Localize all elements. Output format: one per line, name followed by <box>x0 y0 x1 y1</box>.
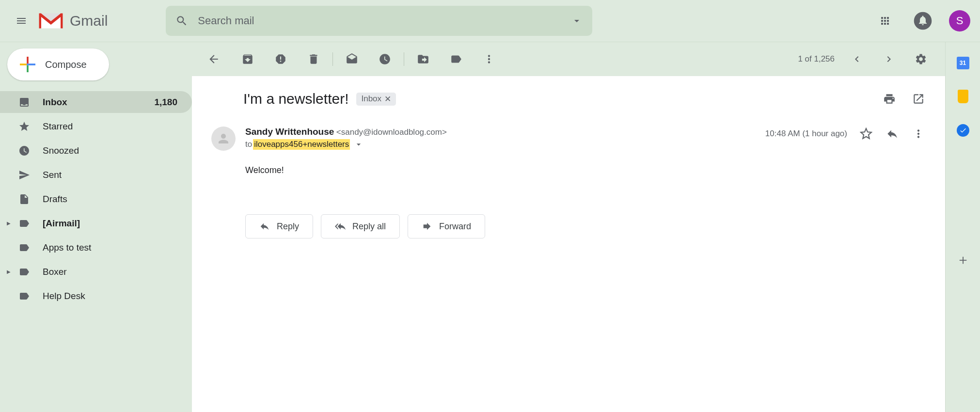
search-options-dropdown-icon[interactable] <box>571 15 583 27</box>
star-button[interactable] <box>859 127 873 141</box>
tasks-addon[interactable] <box>956 124 970 137</box>
search-icon <box>175 15 188 27</box>
email-counter: 1 of 1,256 <box>798 54 835 64</box>
delete-button[interactable] <box>306 52 321 66</box>
label-icon <box>18 218 31 229</box>
keep-icon <box>958 90 968 103</box>
right-sidebar: 31 ＋ <box>945 42 980 412</box>
nav-label: Boxer <box>43 267 177 277</box>
star-icon <box>18 121 31 132</box>
labels-button[interactable] <box>449 52 463 66</box>
folder-move-icon <box>417 53 429 65</box>
open-new-window-button[interactable] <box>911 92 926 106</box>
compose-label: Compose <box>45 59 87 70</box>
more-vert-icon <box>483 53 495 65</box>
search-input[interactable] <box>198 15 571 27</box>
expand-caret-icon[interactable]: ▶ <box>7 269 18 274</box>
reply-all-button[interactable]: Reply all <box>321 214 400 238</box>
clock-icon <box>18 145 31 157</box>
sidebar-item-airmail[interactable]: ▶ [Airmail] <box>0 212 192 234</box>
print-icon <box>883 93 896 105</box>
sidebar-item-boxer[interactable]: ▶ Boxer <box>0 261 192 283</box>
gmail-text: Gmail <box>70 13 108 29</box>
email-timestamp: 10:48 AM (1 hour ago) <box>765 129 847 139</box>
archive-button[interactable] <box>240 52 255 66</box>
sidebar: Compose Inbox 1,180 Starred Snoozed Sent… <box>0 42 192 412</box>
trash-icon <box>307 53 320 65</box>
sidebar-item-help-desk[interactable]: Help Desk <box>0 285 192 307</box>
prev-email-button[interactable] <box>847 49 867 69</box>
open-in-new-icon <box>912 93 925 105</box>
show-details-dropdown-icon[interactable] <box>354 140 364 149</box>
file-icon <box>18 193 31 205</box>
archive-icon <box>241 53 254 65</box>
recipient-prefix: to <box>245 140 252 149</box>
compose-button[interactable]: Compose <box>7 48 109 80</box>
main-menu-button[interactable] <box>10 9 33 32</box>
snooze-button[interactable] <box>378 52 392 66</box>
label-chip[interactable]: Inbox ✕ <box>356 93 396 106</box>
more-vert-icon <box>912 127 925 140</box>
inbox-icon <box>18 96 31 108</box>
apps-grid-icon <box>879 15 891 27</box>
get-addons-button[interactable]: ＋ <box>956 253 970 267</box>
calendar-addon[interactable]: 31 <box>957 57 969 69</box>
mark-unread-button[interactable] <box>345 52 359 66</box>
gmail-icon <box>38 11 64 31</box>
reply-label: Reply <box>277 222 299 232</box>
gmail-logo[interactable]: Gmail <box>38 11 108 31</box>
more-actions-button[interactable] <box>911 127 926 141</box>
sidebar-item-drafts[interactable]: Drafts <box>0 188 192 210</box>
email-meta: Sandy Writtenhouse <sandy@idownloadblog.… <box>211 127 926 151</box>
recipient-row: to iloveapps456+newsletters <box>245 139 765 150</box>
label-icon <box>18 242 31 254</box>
chevron-left-icon <box>851 53 863 65</box>
person-icon <box>216 131 231 146</box>
report-spam-icon <box>274 53 287 65</box>
sender-avatar <box>211 127 236 151</box>
notifications-button[interactable] <box>911 9 934 32</box>
back-button[interactable] <box>206 52 221 66</box>
plus-icon <box>20 57 35 72</box>
keep-addon[interactable] <box>956 90 970 103</box>
email-view: I'm a newsletter! Inbox ✕ Sandy Writtenh… <box>192 76 945 412</box>
reply-all-label: Reply all <box>352 222 386 232</box>
next-email-button[interactable] <box>879 49 899 69</box>
spam-button[interactable] <box>273 52 288 66</box>
bell-icon <box>913 11 933 31</box>
tasks-icon <box>957 124 969 137</box>
header: Gmail S <box>0 0 980 42</box>
forward-icon <box>422 221 432 232</box>
print-button[interactable] <box>882 92 897 106</box>
sidebar-item-apps-to-test[interactable]: Apps to test <box>0 237 192 258</box>
reply-quick-button[interactable] <box>885 127 900 141</box>
nav-label: Sent <box>43 170 177 180</box>
account-avatar[interactable]: S <box>949 10 970 32</box>
recipient-highlight: iloveapps456+newsletters <box>253 139 350 150</box>
arrow-back-icon <box>207 53 220 65</box>
sidebar-item-snoozed[interactable]: Snoozed <box>0 140 192 161</box>
more-button[interactable] <box>482 52 496 66</box>
nav-label: Inbox <box>43 97 154 108</box>
sidebar-item-starred[interactable]: Starred <box>0 115 192 137</box>
reply-icon <box>259 221 270 232</box>
reply-button[interactable]: Reply <box>245 214 313 238</box>
star-outline-icon <box>860 127 872 140</box>
nav-label: Help Desk <box>43 291 177 301</box>
hamburger-icon <box>16 15 27 27</box>
remove-label-icon[interactable]: ✕ <box>384 94 391 104</box>
move-to-button[interactable] <box>416 52 430 66</box>
search-bar[interactable] <box>166 6 592 36</box>
apps-button[interactable] <box>873 9 897 32</box>
toolbar-divider <box>404 52 404 66</box>
expand-caret-icon[interactable]: ▶ <box>7 221 18 226</box>
sender-name: Sandy Writtenhouse <box>245 127 334 137</box>
svg-rect-1 <box>27 63 29 65</box>
label-icon <box>18 266 31 278</box>
sidebar-item-sent[interactable]: Sent <box>0 164 192 186</box>
sidebar-item-inbox[interactable]: Inbox 1,180 <box>0 91 192 113</box>
calendar-day: 31 <box>960 60 966 66</box>
settings-button[interactable] <box>911 49 931 69</box>
forward-button[interactable]: Forward <box>408 214 485 238</box>
reply-all-icon <box>335 221 346 232</box>
